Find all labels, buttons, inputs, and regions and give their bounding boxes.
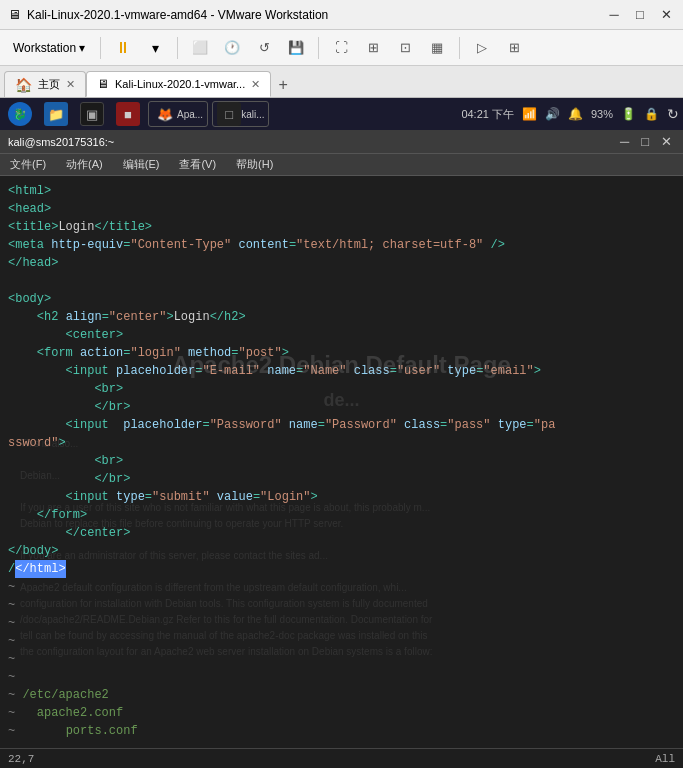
maximize-button[interactable]: □ bbox=[631, 6, 649, 24]
taskbar-right: 04:21 下午 📶 🔊 🔔 93% 🔋 🔒 ↻ bbox=[461, 106, 679, 122]
code-line-11: <input placeholder="E-mail" name="Name" … bbox=[0, 362, 683, 380]
minimize-button[interactable]: ─ bbox=[605, 6, 623, 24]
kali-dragon-icon: 🐉 bbox=[8, 102, 32, 126]
fullscreen-button[interactable]: ⛶ bbox=[327, 34, 355, 62]
vmware-logo-icon: 🖥 bbox=[8, 7, 21, 22]
code-line-8: <h2 align="center">Login</h2> bbox=[0, 308, 683, 326]
code-line-tilde-1: ~ bbox=[0, 578, 683, 596]
code-line-14: <input placeholder="Password" name="Pass… bbox=[0, 416, 683, 434]
code-line-19: </center> bbox=[0, 524, 683, 542]
tab-home-label: 主页 bbox=[38, 77, 60, 92]
kali-app-label: kali... bbox=[241, 109, 264, 120]
terminal-menu-view[interactable]: 查看(V) bbox=[175, 155, 220, 174]
lock-icon: 🔒 bbox=[644, 107, 659, 121]
unity-button[interactable]: ▦ bbox=[423, 34, 451, 62]
terminal-minimize-button[interactable]: ─ bbox=[617, 134, 632, 149]
stretch-button[interactable]: ⊡ bbox=[391, 34, 419, 62]
terminal-titlebar-buttons: ─ □ ✕ bbox=[617, 134, 675, 149]
kali-app-button[interactable]: □ kali... bbox=[212, 101, 269, 127]
terminal-app-button[interactable]: ▣ bbox=[76, 102, 108, 126]
code-line-13: </br> bbox=[0, 398, 683, 416]
dropdown-icon: ▾ bbox=[152, 40, 159, 56]
code-editor[interactable]: Apache2 Debian Default Page de... This i… bbox=[0, 176, 683, 768]
code-line-comment-1: ~ /etc/apache2 bbox=[0, 686, 683, 704]
vmware-titlebar: 🖥 Kali-Linux-2020.1-vmware-amd64 - VMwar… bbox=[0, 0, 683, 30]
code-line-21: /</html> bbox=[0, 560, 683, 578]
code-line-tilde-6: ~ bbox=[0, 668, 683, 686]
code-status-bar: 22,7 All bbox=[0, 748, 683, 768]
resize-icon: ⊞ bbox=[368, 40, 379, 55]
code-line-4: <meta http-equiv="Content-Type" content=… bbox=[0, 236, 683, 254]
code-line-comment-2: ~ apache2.conf bbox=[0, 704, 683, 722]
console-button[interactable]: ▷ bbox=[468, 34, 496, 62]
revert-icon: ↺ bbox=[259, 40, 270, 55]
cursor-position: 22,7 bbox=[8, 750, 34, 768]
network-icon: 📶 bbox=[522, 107, 537, 121]
code-line-14b: ssword"> bbox=[0, 434, 683, 452]
toolbar-separator-1 bbox=[100, 37, 101, 59]
workstation-toolbar: Workstation ▾ ⏸ ▾ ⬜ 🕐 ↺ 💾 ⛶ ⊞ ⊡ ▦ ▷ ⊞ bbox=[0, 30, 683, 66]
code-line-12: <br> bbox=[0, 380, 683, 398]
code-line-2: <head> bbox=[0, 200, 683, 218]
revert-button[interactable]: ↺ bbox=[250, 34, 278, 62]
terminal-menu-action[interactable]: 动作(A) bbox=[62, 155, 107, 174]
code-line-17: <input type="submit" value="Login"> bbox=[0, 488, 683, 506]
tab-home-close[interactable]: ✕ bbox=[66, 78, 75, 91]
snapshot-icon: 🕐 bbox=[224, 40, 240, 55]
toolbar-dropdown-button[interactable]: ▾ bbox=[141, 34, 169, 62]
code-line-16: </br> bbox=[0, 470, 683, 488]
battery-icon: 🔋 bbox=[621, 107, 636, 121]
terminal-menu-edit[interactable]: 编辑(E) bbox=[119, 155, 164, 174]
toolbar-separator-2 bbox=[177, 37, 178, 59]
workstation-label: Workstation bbox=[13, 41, 76, 55]
code-line-tilde-5: ~ bbox=[0, 650, 683, 668]
toolbar-separator-4 bbox=[459, 37, 460, 59]
pause-button[interactable]: ⏸ bbox=[109, 34, 137, 62]
tab-kali-vm-icon: 🖥 bbox=[97, 77, 109, 91]
fullscreen-icon: ⛶ bbox=[335, 40, 348, 55]
home-icon: 🏠 bbox=[15, 77, 32, 93]
fit-button[interactable]: ⊞ bbox=[500, 34, 528, 62]
code-line-1: <html> bbox=[0, 182, 683, 200]
terminal-close-button[interactable]: ✕ bbox=[658, 134, 675, 149]
stretch-icon: ⊡ bbox=[400, 40, 411, 55]
suspend-icon: 💾 bbox=[288, 40, 304, 55]
tab-kali[interactable]: 🖥 Kali-Linux-2020.1-vmwar... ✕ bbox=[86, 71, 271, 97]
terminal-titlebar: kali@sms20175316:~ ─ □ ✕ bbox=[0, 130, 683, 154]
vm-settings-button[interactable]: ⬜ bbox=[186, 34, 214, 62]
workstation-dropdown-icon: ▾ bbox=[79, 41, 85, 55]
add-tab-button[interactable]: + bbox=[271, 73, 295, 97]
browser-label: Apa... bbox=[177, 109, 203, 120]
code-line-tilde-3: ~ bbox=[0, 614, 683, 632]
terminal-menu-file[interactable]: 文件(F) bbox=[6, 155, 50, 174]
file-folder-icon: 📁 bbox=[44, 102, 68, 126]
tab-bar: 🏠 主页 ✕ 🖥 Kali-Linux-2020.1-vmwar... ✕ + bbox=[0, 66, 683, 98]
code-line-comment-3: ~ ports.conf bbox=[0, 722, 683, 740]
unity-icon: ▦ bbox=[431, 40, 443, 55]
snapshot-button[interactable]: 🕐 bbox=[218, 34, 246, 62]
close-button[interactable]: ✕ bbox=[657, 6, 675, 24]
file-manager-button[interactable]: 📁 bbox=[40, 102, 72, 126]
suspend-button[interactable]: 💾 bbox=[282, 34, 310, 62]
code-line-3: <title>Login</title> bbox=[0, 218, 683, 236]
settings-icon: ⬜ bbox=[192, 40, 208, 55]
terminal-window: kali@sms20175316:~ ─ □ ✕ 文件(F) 动作(A) 编辑(… bbox=[0, 130, 683, 768]
bell-icon: 🔔 bbox=[568, 107, 583, 121]
view-status: All bbox=[655, 750, 675, 768]
tab-kali-close[interactable]: ✕ bbox=[251, 78, 260, 91]
terminal-title: kali@sms20175316:~ bbox=[8, 136, 114, 148]
tab-home[interactable]: 🏠 主页 ✕ bbox=[4, 71, 86, 97]
kali-menu-button[interactable]: 🐉 bbox=[4, 102, 36, 126]
code-line-5: </head> bbox=[0, 254, 683, 272]
browser-button[interactable]: 🦊 Apa... bbox=[148, 101, 208, 127]
workstation-menu-button[interactable]: Workstation ▾ bbox=[6, 37, 92, 59]
terminal-maximize-button[interactable]: □ bbox=[638, 134, 652, 149]
text-editor-button[interactable]: ■ bbox=[112, 102, 144, 126]
terminal-menu-help[interactable]: 帮助(H) bbox=[232, 155, 277, 174]
code-line-20: </body> bbox=[0, 542, 683, 560]
tab-kali-label: Kali-Linux-2020.1-vmwar... bbox=[115, 78, 245, 90]
resize-button[interactable]: ⊞ bbox=[359, 34, 387, 62]
console-icon: ▷ bbox=[477, 40, 487, 55]
battery-label: 93% bbox=[591, 108, 613, 120]
kali-app-icon: □ bbox=[217, 102, 241, 126]
